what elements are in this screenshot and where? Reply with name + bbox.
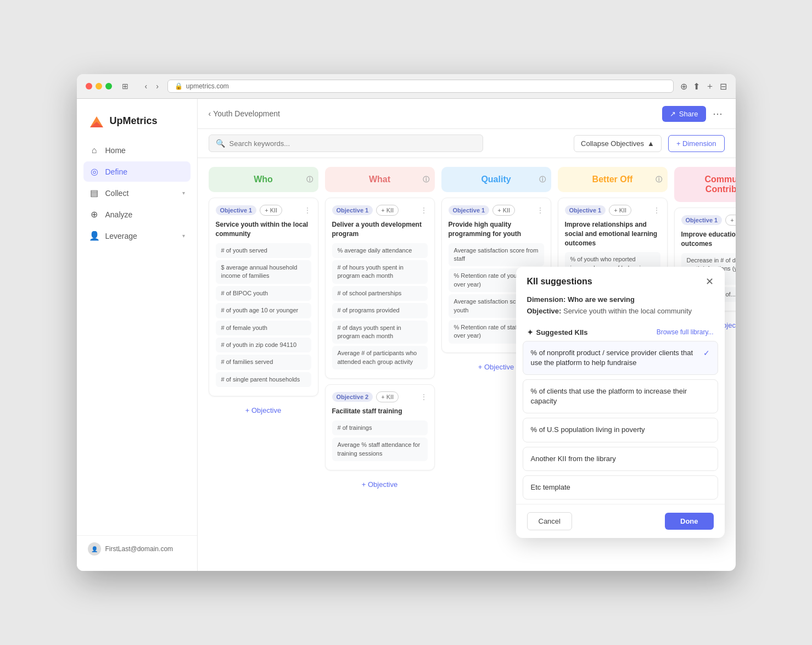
checkmark-icon: ✓ — [703, 348, 710, 359]
objective-badge: Objective 1 — [565, 205, 606, 215]
info-icon: ⓘ — [539, 175, 546, 184]
dimension-label-text: Community Contribut... — [683, 175, 736, 194]
card-header: Objective 2 + KII ⋮ — [332, 391, 428, 402]
sidebar-item-home-label: Home — [105, 146, 126, 155]
dimension-header-what[interactable]: Whatⓘ — [325, 167, 435, 192]
objective-badge: Objective 1 — [681, 215, 723, 225]
share-button[interactable]: ↗ Share — [662, 106, 706, 122]
more-options-button[interactable]: ⋯ — [710, 105, 725, 122]
dimension-header-community[interactable]: Community Contribut...ⓘ — [674, 167, 736, 202]
top-bar: ‹ Youth Development ↗ Share ⋯ — [198, 99, 736, 129]
sidebar-item-collect[interactable]: ▤ Collect ▾ — [83, 183, 191, 203]
kii-item: # of programs provided — [332, 303, 428, 318]
browser-chrome: ⊞ ‹ › 🔒 upmetrics.com ⊕ ⬆ ＋ ⊟ — [77, 74, 736, 99]
share-browser-button[interactable]: ⬆ — [693, 81, 700, 92]
kii-item: # of youth served — [216, 243, 311, 258]
upmetrics-logo-icon — [88, 112, 105, 130]
chevron-down-icon: ▾ — [182, 190, 185, 196]
sidebar-item-leverage-label: Leverage — [105, 232, 137, 240]
collapse-label: Collapse Objectives — [581, 139, 644, 148]
kii-item: Average # of participants who attended e… — [332, 346, 428, 369]
objective-badge: Objective 1 — [216, 205, 257, 215]
kii-panel-header: KII suggestions ✕ — [516, 267, 725, 294]
add-objective-button-what[interactable]: + Objective — [325, 476, 435, 493]
add-dimension-button[interactable]: + Dimension — [668, 135, 725, 152]
sidebar-item-home[interactable]: ⌂ Home — [83, 141, 191, 160]
kii-suggestion-item-s5[interactable]: Etc template — [523, 475, 718, 500]
kii-item: # of trainings — [332, 420, 428, 435]
dimension-header-quality[interactable]: Qualityⓘ — [441, 167, 551, 192]
kii-item: # of youth in zip code 94110 — [216, 338, 311, 352]
tab-manager-button[interactable]: ⊟ — [720, 81, 727, 92]
leverage-icon: 👤 — [89, 231, 100, 241]
add-objective-button-who[interactable]: + Objective — [209, 402, 318, 419]
share-icon: ↗ — [670, 110, 676, 118]
close-icon: ✕ — [705, 276, 714, 287]
objective-badge: Objective 2 — [332, 392, 373, 402]
add-dimension-label: + Dimension — [676, 139, 716, 148]
kii-suggestions-title: ✦ ✦ Suggested KIIs Suggested KIIs — [527, 328, 588, 336]
kii-close-button[interactable]: ✕ — [705, 276, 714, 288]
dimension-header-who[interactable]: Whoⓘ — [209, 167, 318, 192]
browse-library-link[interactable]: Browse full library... — [657, 328, 714, 336]
objective-badge: Objective 1 — [332, 205, 373, 215]
add-kii-badge[interactable]: + KII — [376, 391, 399, 402]
download-button[interactable]: ⊕ — [680, 81, 687, 92]
kii-item: # of days youth spent in program each mo… — [332, 321, 428, 344]
back-nav-button[interactable]: ‹ Youth Development — [209, 109, 280, 118]
browser-actions: ⊕ ⬆ ＋ ⊟ — [680, 81, 727, 92]
lock-icon: 🔒 — [175, 82, 183, 90]
kii-item: # of youth age 10 or younger — [216, 303, 311, 318]
done-button[interactable]: Done — [665, 513, 714, 530]
kii-suggestion-item-s4[interactable]: Another KII from the library — [523, 447, 718, 471]
sidebar-item-define[interactable]: ◎ Define — [83, 161, 191, 182]
card-menu-button[interactable]: ⋮ — [536, 206, 544, 215]
kii-item: Average satisfaction score from staff — [449, 243, 544, 267]
kii-suggestion-item-s3[interactable]: % of U.S population living in poverty — [523, 418, 718, 442]
objective-title: Improve educational outcomes — [681, 230, 736, 249]
user-email: FirstLast@domain.com — [105, 545, 173, 553]
cancel-button[interactable]: Cancel — [527, 512, 572, 530]
objective-title: Facilitate staff training — [332, 407, 428, 416]
close-dot[interactable] — [86, 83, 92, 89]
card-menu-button[interactable]: ⋮ — [420, 392, 428, 401]
analyze-icon: ⊕ — [89, 209, 100, 220]
sidebar-item-analyze[interactable]: ⊕ Analyze — [83, 204, 191, 225]
objective-card-what-0: Objective 1 + KII ⋮ Deliver a youth deve… — [325, 198, 435, 379]
logo: UpMetrics — [77, 108, 197, 141]
minimize-dot[interactable] — [96, 83, 102, 89]
dimension-label-text: Better Off — [592, 175, 633, 184]
add-kii-badge[interactable]: + KII — [376, 205, 399, 216]
chevron-down-icon-leverage: ▾ — [182, 233, 185, 239]
maximize-dot[interactable] — [105, 83, 112, 89]
objective-title: Provide high quality programming for you… — [449, 220, 544, 239]
add-kii-badge[interactable]: + KII — [725, 215, 735, 226]
kii-suggestion-list: % of nonprofit product / service provide… — [516, 341, 725, 500]
add-kii-badge[interactable]: + KII — [260, 205, 282, 216]
card-menu-button[interactable]: ⋮ — [653, 206, 660, 215]
chevron-up-icon: ▲ — [647, 139, 654, 148]
kii-suggestion-item-s2[interactable]: % of clients that use the platform to in… — [523, 379, 718, 413]
kii-panel-title: KII suggestions — [527, 277, 592, 287]
card-menu-button[interactable]: ⋮ — [420, 206, 428, 215]
search-input[interactable] — [229, 139, 476, 148]
add-kii-badge[interactable]: + KII — [609, 205, 631, 216]
dimension-header-betteroff[interactable]: Better Offⓘ — [558, 167, 668, 192]
kii-suggestions-header: ✦ ✦ Suggested KIIs Suggested KIIs Browse… — [516, 324, 725, 341]
sidebar-toggle-button[interactable]: ⊞ — [119, 81, 132, 92]
collapse-objectives-button[interactable]: Collapse Objectives ▲ — [574, 135, 662, 152]
kii-suggestion-item-s1[interactable]: % of nonprofit product / service provide… — [523, 341, 718, 375]
search-bar[interactable]: 🔍 — [209, 134, 483, 152]
address-bar[interactable]: 🔒 upmetrics.com — [167, 80, 674, 93]
sidebar-item-leverage[interactable]: 👤 Leverage ▾ — [83, 226, 191, 246]
card-menu-button[interactable]: ⋮ — [304, 206, 311, 215]
objective-title: Improve relationships and social and emo… — [565, 220, 660, 248]
add-kii-badge[interactable]: + KII — [492, 205, 515, 216]
dimension-label: Dimension: Who are we serving — [527, 295, 635, 304]
info-icon: ⓘ — [423, 175, 429, 184]
new-tab-button[interactable]: ＋ — [705, 81, 714, 92]
suggestion-text: % of clients that use the platform to in… — [531, 386, 710, 406]
back-button[interactable]: ‹ — [143, 81, 150, 92]
kii-suggestions-panel[interactable]: KII suggestions ✕ Dimension: Who are we … — [516, 267, 725, 538]
forward-button[interactable]: › — [154, 81, 161, 92]
